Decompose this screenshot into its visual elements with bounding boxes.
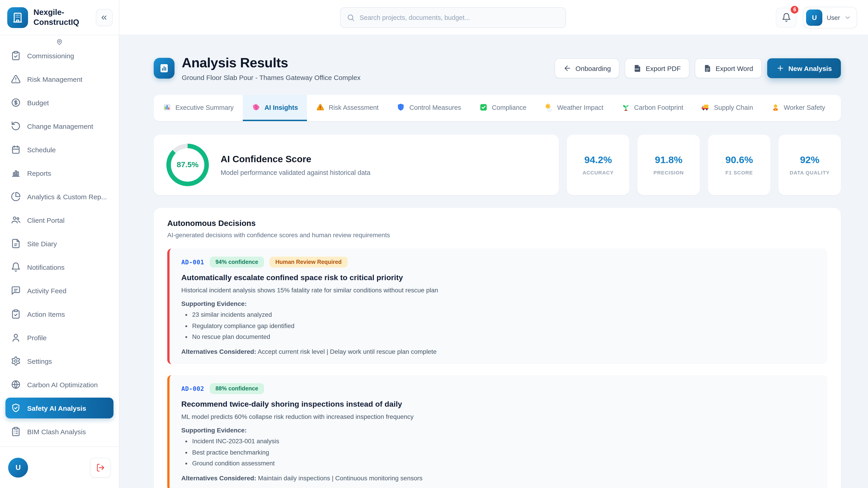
sidebar-item[interactable]: Notifications [5,257,114,278]
confidence-percent: 87.5% [177,160,198,169]
sidebar-item[interactable]: Carbon AI Optimization [5,374,114,395]
brain-color-icon [252,103,260,111]
tab-label: Executive Summary [176,104,234,111]
tab[interactable]: Compliance [470,95,535,121]
sidebar-item-label: Profile [27,334,46,341]
alert-triangle-icon [11,74,21,84]
sidebar-item[interactable]: Reports [5,163,114,184]
alternatives: Alternatives Considered: Accept current … [181,348,815,355]
tab-label: Carbon Footprint [634,104,683,111]
metric-label: ACCURACY [583,170,614,175]
user-menu[interactable]: U User [803,6,857,28]
sidebar-item[interactable]: Commissioning [5,45,114,66]
metric-card: 94.2% ACCURACY [567,135,629,195]
decisions-subtitle: AI-generated decisions with confidence s… [167,231,827,238]
brand-logo [7,7,28,28]
sidebar-item-label: Settings [27,357,52,365]
search-input[interactable] [360,14,559,21]
tab[interactable]: Executive Summary [154,95,243,121]
user-name: User [827,14,840,21]
gear-icon [11,356,21,366]
sidebar-item[interactable]: Change Management [5,116,114,136]
confidence-badge: 88% confidence [210,383,264,394]
alternatives-text: Accept current risk level | Delay work u… [258,348,437,355]
page-actions: Onboarding PDF Export PDF Export Word Ne… [555,58,841,78]
clipboard-list-icon [11,427,21,436]
metric-value: 90.6% [725,155,753,166]
evidence-item: No rescue plan documented [192,333,815,342]
plus-icon [776,64,784,72]
sidebar-item[interactable]: Site Diary [5,233,114,254]
decision-description: Historical incident analysis shows 15% f… [181,287,815,294]
sidebar-item-label: Analytics & Custom Rep... [27,193,107,200]
seedling-color-icon [621,103,630,111]
tab[interactable]: Control Measures [388,95,470,121]
worker-color-icon [771,103,780,111]
notifications-button[interactable]: 6 [776,7,797,27]
sidebar-item-label: BIM Clash Analysis [27,428,86,435]
sun-cloud-color-icon [545,103,553,111]
evidence-label: Supporting Evidence: [181,427,815,434]
arrow-left-icon [563,64,571,72]
refresh-icon [11,121,21,131]
logout-button[interactable] [90,457,111,477]
sidebar-item[interactable]: BIM Clash Analysis [5,421,114,442]
sidebar-item-label: Change Management [27,122,93,130]
export-pdf-button[interactable]: PDF Export PDF [625,58,689,78]
tab[interactable]: Supply Chain [692,95,762,121]
tab-label: Risk Assessment [329,104,379,111]
sidebar-item[interactable]: Safety AI Analysis [5,398,114,418]
sidebar-item[interactable]: Profile [5,327,114,348]
evidence-label: Supporting Evidence: [181,300,815,307]
page-title: Analysis Results [182,55,361,70]
tab-label: Compliance [492,104,526,111]
tab[interactable]: Carbon Footprint [612,95,692,121]
sidebar-item[interactable]: Client Portal [5,210,114,230]
bell-icon [11,262,21,272]
brand-name: Nexgile-ConstructIQ [33,8,90,27]
app-root: Nexgile-ConstructIQ Commissioning Risk M… [0,0,868,488]
dollar-circle-icon [11,98,21,107]
sidebar-collapse-button[interactable] [96,9,113,26]
sidebar-item[interactable]: Budget [5,92,114,113]
shield-color-icon [397,103,405,111]
sidebar-item-label: Activity Feed [27,287,66,294]
tab[interactable]: Risk Assessment [307,95,388,121]
main-area: 6 U User Analysis Results Ground Floor [119,0,868,488]
sidebar-item[interactable]: Risk Management [5,69,114,90]
autonomous-decisions-panel: Autonomous Decisions AI-generated decisi… [154,208,841,488]
tab[interactable]: Weather Impact [535,95,612,121]
bar-chart-icon [11,168,21,178]
page-content: Analysis Results Ground Floor Slab Pour … [119,35,868,488]
sidebar-item[interactable]: Analytics & Custom Rep... [5,186,114,207]
evidence-item: Best practice benchmarking [192,448,815,457]
evidence-item: Incident INC-2023-001 analysis [192,437,815,446]
svg-text:PDF: PDF [636,68,639,70]
alternatives-text: Maintain daily inspections | Continuous … [258,475,423,482]
sidebar-item[interactable]: Activity Feed [5,280,114,301]
decision-list: AD-001 94% confidence Human Review Requi… [167,249,827,488]
tab[interactable]: AI Insights [243,95,307,121]
review-badge: Human Review Required [270,257,347,267]
sidebar-item[interactable]: Action Items [5,304,114,324]
sidebar-item-label: Site Diary [27,240,57,248]
new-analysis-button[interactable]: New Analysis [767,58,841,78]
sidebar-user-avatar[interactable]: U [8,457,28,477]
page-subtitle: Ground Floor Slab Pour - Thames Gateway … [182,74,361,81]
sidebar-item[interactable]: Schedule [5,139,114,160]
confidence-badge: 94% confidence [210,257,264,267]
tab[interactable]: Worker Safety [762,95,834,121]
metric-cards: 94.2% ACCURACY 91.8% PRECISION 90.6% F1 … [567,135,841,195]
alternatives-label: Alternatives Considered: [181,475,256,482]
clipboard-check-icon [11,309,21,319]
sidebar-item-clipped[interactable] [5,39,114,45]
decision-card: AD-002 88% confidence Recommend twice-da… [167,375,827,488]
export-word-button[interactable]: Export Word [695,58,762,78]
metric-card: 92% DATA QUALITY [778,135,841,195]
sidebar-item-label: Notifications [27,263,64,271]
calendar-icon [11,144,21,155]
onboarding-button[interactable]: Onboarding [555,58,620,78]
sidebar-item[interactable]: Settings [5,351,114,371]
logout-icon [96,463,105,472]
alternatives: Alternatives Considered: Maintain daily … [181,475,815,482]
